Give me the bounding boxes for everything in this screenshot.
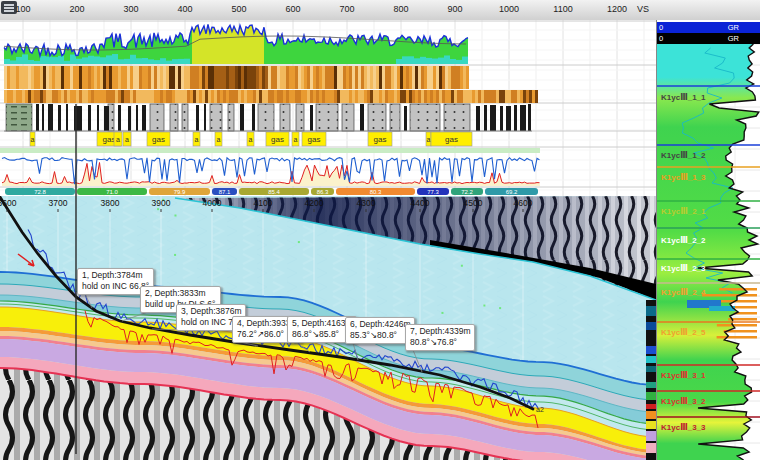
svg-text:a: a <box>116 136 120 143</box>
svg-text:gas: gas <box>308 135 321 144</box>
formation-label: K1ycⅢ_3_3 <box>661 423 706 432</box>
formation-label: K1ycⅢ_3_1 <box>661 371 706 380</box>
formation-label: K1ycⅢ_2_1 <box>661 207 706 216</box>
svg-text:gas: gas <box>271 135 284 144</box>
sidebar-scale-header: 0GR <box>657 33 760 44</box>
callout-depth: 2, Depth:3833m <box>145 288 216 299</box>
ruler-tick: 1000 <box>499 4 519 14</box>
svg-text:79.9: 79.9 <box>174 189 186 195</box>
formation-label: K1ycⅢ_1_3 <box>661 173 706 182</box>
ruler-tick: 900 <box>447 4 462 14</box>
svg-text:4500: 4500 <box>464 198 483 208</box>
svg-text:3800: 3800 <box>101 198 120 208</box>
ruler-unit-label: VS <box>637 4 649 14</box>
svg-text:4100: 4100 <box>254 198 273 208</box>
svg-text:a: a <box>249 136 253 143</box>
svg-text:3700: 3700 <box>49 198 68 208</box>
svg-text:a: a <box>294 136 298 143</box>
callout-depth: 7, Depth:4339m <box>410 326 470 337</box>
callout-depth: 5, Depth:4163m <box>292 318 352 329</box>
svg-text:3600: 3600 <box>0 198 17 208</box>
log-tracks-panel[interactable]: agasaagasaaagasagasgasagas72.871.079.987… <box>0 20 656 196</box>
svg-text:4400: 4400 <box>411 198 430 208</box>
svg-text:87.1: 87.1 <box>219 189 231 195</box>
ruler-tick: 700 <box>339 4 354 14</box>
svg-text:gas: gas <box>374 135 387 144</box>
svg-text:71.0: 71.0 <box>106 189 118 195</box>
geosteering-app: 100200300400500600700800900100011001200V… <box>0 0 760 460</box>
svg-text:69.2: 69.2 <box>506 189 518 195</box>
svg-text:4600: 4600 <box>514 198 533 208</box>
svg-text:a: a <box>427 136 431 143</box>
svg-text:86.3: 86.3 <box>317 189 329 195</box>
ruler-tick: 1200 <box>607 4 627 14</box>
vs-ruler: 100200300400500600700800900100011001200V… <box>0 0 760 21</box>
formation-label: K1ycⅢ_1_1 <box>661 93 706 102</box>
svg-text:4000: 4000 <box>203 198 222 208</box>
gr-sidebar-panel[interactable]: 0GR0GRK1ycⅢ_1_1K1ycⅢ_1_2K1ycⅢ_1_3K1ycⅢ_2… <box>656 20 760 460</box>
svg-text:4300: 4300 <box>357 198 376 208</box>
formation-label: K1ycⅢ_3_2 <box>661 397 706 406</box>
callout-detail: 86.8°↘85.8° <box>292 329 352 340</box>
svg-text:gas: gas <box>445 135 458 144</box>
svg-text:80.3: 80.3 <box>370 189 382 195</box>
svg-text:gas: gas <box>152 135 165 144</box>
callout-depth: 6, Depth:4246m <box>350 319 410 330</box>
cross-section-panel[interactable]: a236003700380039004000410042004300440045… <box>0 196 656 460</box>
annotation-callout-7[interactable]: 7, Depth:4339m80.8°↘76.8° <box>405 324 475 351</box>
svg-text:a: a <box>217 136 221 143</box>
svg-text:a: a <box>125 136 129 143</box>
svg-text:3900: 3900 <box>152 198 171 208</box>
ruler-tick: 200 <box>69 4 84 14</box>
formation-label: K1ycⅢ_2_2 <box>661 236 706 245</box>
formation-label: K1ycⅢ_1_2 <box>661 151 706 160</box>
svg-text:a: a <box>195 136 199 143</box>
callout-detail: 85.3°↘80.8° <box>350 330 410 341</box>
svg-text:gas: gas <box>103 135 116 144</box>
formation-label: K1ycⅢ_2_5 <box>661 328 706 337</box>
ruler-tick: 400 <box>177 4 192 14</box>
svg-text:85.4: 85.4 <box>268 189 280 195</box>
ruler-tick: 1100 <box>553 4 572 14</box>
callout-depth: 1, Depth:3784m <box>82 270 149 281</box>
ruler-tick: 500 <box>231 4 246 14</box>
ruler-tick: 100 <box>15 4 30 14</box>
ruler-tick: 800 <box>393 4 408 14</box>
svg-text:4200: 4200 <box>305 198 324 208</box>
svg-text:a: a <box>31 136 35 143</box>
callout-detail: 80.8°↘76.8° <box>410 337 470 348</box>
svg-text:72.8: 72.8 <box>34 189 46 195</box>
svg-text:77.3: 77.3 <box>427 189 439 195</box>
ruler-tick: 600 <box>285 4 300 14</box>
svg-text:72.2: 72.2 <box>461 189 473 195</box>
sidebar-scale-header: 0GR <box>657 22 760 33</box>
ruler-tick: 300 <box>123 4 138 14</box>
formation-label: K1ycⅢ_2_4 <box>661 288 706 297</box>
formation-label: K1ycⅢ_2_3 <box>661 264 706 273</box>
svg-text:a2: a2 <box>536 406 544 413</box>
